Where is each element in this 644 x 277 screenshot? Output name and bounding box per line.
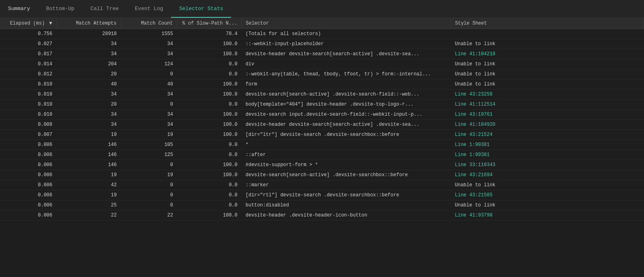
cell-stylesheet: Unable to link (451, 200, 644, 210)
stylesheet-link[interactable]: Line 41:112514 (455, 102, 495, 107)
cell-selector: devsite-search[search-active] .devsite-s… (242, 90, 451, 100)
tab-summary[interactable]: Summary (0, 0, 38, 18)
cell-pct-slow: 0.0 (177, 59, 242, 69)
cell-stylesheet[interactable]: Line 1:99381 (451, 150, 644, 160)
cell-stylesheet[interactable]: Line 41:93798 (451, 210, 644, 221)
cell-elapsed: 0.006 (0, 150, 56, 160)
tab-selector-stats[interactable]: Selector Stats (171, 0, 231, 18)
cell-elapsed: 0.010 (0, 110, 56, 120)
stylesheet-link[interactable]: Line 41:93798 (455, 212, 493, 218)
cell-selector: div (242, 59, 451, 69)
stylesheet-link[interactable]: Line 43:21585 (455, 192, 493, 198)
table-row: 0.0103434100.0devsite-search input.devsi… (0, 110, 644, 120)
table-row: 0.0061461050.0*Line 1:99381 (0, 140, 644, 150)
cell-match-count: 19 (121, 170, 177, 180)
cell-match-attempts: 204 (56, 59, 121, 69)
table-row: 0.0061900.0[dir="rtl"] devsite-search .d… (0, 190, 644, 200)
table-row: 0.0103434100.0devsite-search[search-acti… (0, 90, 644, 100)
table-row: 0.0064200.0::markerUnable to link (0, 180, 644, 190)
cell-match-count: 0 (121, 190, 177, 200)
stylesheet-link[interactable]: Line 1:99381 (455, 152, 489, 158)
cell-match-count: 34 (121, 90, 177, 100)
cell-elapsed: 0.010 (0, 90, 56, 100)
selector-stats-table: Elapsed (ms) ▼ Match Attempts Match Coun… (0, 18, 644, 221)
stylesheet-link[interactable]: Line 43:21524 (455, 132, 493, 137)
cell-match-attempts: 19 (56, 130, 121, 140)
cell-stylesheet: Unable to link (451, 59, 644, 69)
cell-match-attempts: 34 (56, 39, 121, 49)
stylesheet-link[interactable]: Line 33:110343 (455, 162, 495, 168)
cell-match-count: 34 (121, 110, 177, 120)
cell-match-count: 0 (121, 100, 177, 110)
col-header-match-count: Match Count (121, 18, 177, 29)
table-row: 0.0102000.0body[template="404"] devsite-… (0, 100, 644, 110)
cell-stylesheet[interactable]: Line 43:23258 (451, 90, 644, 100)
table-row: 0.0142041240.0divUnable to link (0, 59, 644, 69)
cell-pct-slow: 0.0 (177, 140, 242, 150)
cell-match-count: 40 (121, 79, 177, 90)
cell-stylesheet[interactable]: Line 43:19761 (451, 110, 644, 120)
cell-elapsed: 0.008 (0, 120, 56, 130)
cell-match-attempts: 34 (56, 90, 121, 100)
cell-selector: ::marker (242, 180, 451, 190)
cell-selector: devsite-header devsite-search[search-act… (242, 49, 451, 59)
cell-match-attempts: 34 (56, 120, 121, 130)
cell-elapsed: 0.756 (0, 29, 56, 39)
cell-match-count: 34 (121, 39, 177, 49)
cell-match-attempts: 146 (56, 160, 121, 170)
cell-stylesheet[interactable]: Line 41:104920 (451, 120, 644, 130)
tab-bottom-up[interactable]: Bottom-Up (38, 0, 83, 18)
col-header-stylesheet: Style Sheet (451, 18, 644, 29)
stylesheet-link[interactable]: Line 41:104920 (455, 122, 495, 127)
cell-stylesheet[interactable]: Line 41:104218 (451, 49, 644, 59)
cell-pct-slow: 100.0 (177, 120, 242, 130)
cell-match-count: 125 (121, 150, 177, 160)
cell-pct-slow: 100.0 (177, 160, 242, 170)
tab-call-tree[interactable]: Call Tree (83, 0, 127, 18)
cell-stylesheet[interactable]: Line 43:21524 (451, 130, 644, 140)
stylesheet-link[interactable]: Line 41:104218 (455, 51, 495, 57)
cell-selector: devsite-header .devsite-header-icon-butt… (242, 210, 451, 221)
stylesheet-link[interactable]: Line 43:21694 (455, 172, 493, 178)
stylesheet-link[interactable]: Line 43:23258 (455, 92, 493, 97)
cell-pct-slow: 0.0 (177, 180, 242, 190)
table-row: 0.0273434100.0::-webkit-input-placeholde… (0, 39, 644, 49)
col-header-match-attempts: Match Attempts (56, 18, 121, 29)
cell-stylesheet: Unable to link (451, 180, 644, 190)
cell-stylesheet[interactable]: Line 1:99381 (451, 140, 644, 150)
cell-pct-slow: 78.4 (177, 29, 242, 39)
cell-pct-slow: 100.0 (177, 210, 242, 221)
cell-elapsed: 0.010 (0, 100, 56, 110)
cell-stylesheet: Unable to link (451, 79, 644, 90)
cell-stylesheet[interactable]: Line 43:21694 (451, 170, 644, 180)
cell-stylesheet[interactable]: Line 33:110343 (451, 160, 644, 170)
table-row: 0.0071919100.0[dir="ltr"] devsite-search… (0, 130, 644, 140)
cell-pct-slow: 0.0 (177, 69, 242, 79)
tab-event-log[interactable]: Event Log (127, 0, 171, 18)
col-header-elapsed[interactable]: Elapsed (ms) ▼ (0, 18, 56, 29)
cell-pct-slow: 100.0 (177, 130, 242, 140)
cell-pct-slow: 100.0 (177, 79, 242, 90)
table-row: 0.0062222100.0devsite-header .devsite-he… (0, 210, 644, 221)
cell-pct-slow: 100.0 (177, 110, 242, 120)
cell-selector: #devsite-support-form > * (242, 160, 451, 170)
cell-elapsed: 0.006 (0, 190, 56, 200)
cell-selector: devsite-header devsite-search[search-act… (242, 120, 451, 130)
cell-elapsed: 0.006 (0, 160, 56, 170)
cell-match-attempts: 34 (56, 49, 121, 59)
cell-stylesheet: Unable to link (451, 39, 644, 49)
table-row: 0.0083434100.0devsite-header devsite-sea… (0, 120, 644, 130)
cell-stylesheet[interactable]: Line 43:21585 (451, 190, 644, 200)
cell-match-attempts: 34 (56, 110, 121, 120)
cell-match-count: 19 (121, 130, 177, 140)
cell-selector: body[template="404"] devsite-header .dev… (242, 100, 451, 110)
cell-pct-slow: 100.0 (177, 39, 242, 49)
cell-stylesheet[interactable]: Line 41:112514 (451, 100, 644, 110)
table-body: 0.75628918155578.4(Totals for all select… (0, 29, 644, 221)
cell-match-count: 0 (121, 200, 177, 210)
stylesheet-link[interactable]: Line 43:19761 (455, 112, 493, 117)
stylesheet-link[interactable]: Line 1:99381 (455, 142, 489, 148)
cell-match-count: 105 (121, 140, 177, 150)
cell-selector: button:disabled (242, 200, 451, 210)
cell-pct-slow: 0.0 (177, 190, 242, 200)
